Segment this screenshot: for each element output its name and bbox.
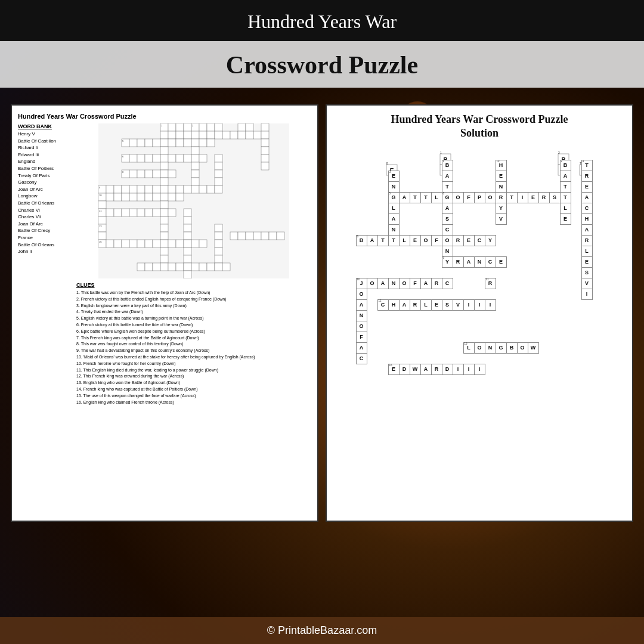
solution-cell: B2 — [560, 160, 571, 171]
solution-cell — [377, 213, 388, 224]
solution-cell — [453, 278, 463, 289]
clue-item: 15. The use of this weapon changed the f… — [76, 393, 311, 399]
solution-cell — [399, 321, 410, 332]
solution-cell — [474, 278, 485, 289]
solution-cell — [485, 160, 496, 171]
svg-rect-4 — [176, 123, 184, 131]
clue-item: 10. 'Maid of Orleans' was burned at the … — [76, 354, 311, 360]
solution-cell — [528, 374, 538, 385]
svg-rect-56 — [184, 154, 191, 162]
solution-cell — [581, 353, 592, 364]
solution-cell: F — [356, 332, 367, 342]
clue-item: 1. This battle was won by the French wit… — [76, 290, 311, 296]
svg-rect-16 — [160, 131, 168, 139]
svg-rect-162 — [215, 247, 222, 255]
svg-rect-86 — [145, 185, 153, 193]
solution-cell — [367, 385, 377, 396]
solution-cell — [420, 310, 431, 321]
word-bank-item: Joan Of Arc — [18, 186, 72, 193]
svg-rect-55 — [176, 154, 184, 162]
svg-rect-100 — [122, 193, 129, 201]
solution-cell — [549, 267, 560, 278]
solution-cell — [581, 364, 592, 374]
solution-cell — [506, 321, 517, 332]
solution-cell — [420, 342, 431, 353]
svg-rect-21 — [199, 131, 207, 139]
solution-cell: T — [388, 235, 399, 246]
solution-cell: F — [410, 278, 420, 289]
solution-cell — [549, 310, 560, 321]
solution-cell — [474, 267, 485, 278]
solution-cell — [474, 310, 485, 321]
solution-cell — [517, 267, 528, 278]
svg-rect-150 — [137, 240, 145, 247]
solution-cell — [431, 256, 442, 267]
solution-cell — [506, 256, 517, 267]
svg-rect-174 — [199, 263, 207, 271]
solution-cell — [506, 374, 517, 385]
solution-cell — [517, 385, 528, 396]
solution-cell — [571, 181, 581, 192]
clue-item: 5. English victory at this battle was a … — [76, 315, 311, 321]
svg-rect-138 — [261, 232, 269, 240]
solution-cell — [388, 246, 399, 256]
svg-rect-42 — [207, 139, 215, 147]
solution-cell — [496, 246, 506, 256]
solution-cell — [420, 321, 431, 332]
solution-cell — [367, 246, 377, 256]
solution-cell — [377, 353, 388, 364]
solution-cell: E16 — [388, 364, 399, 374]
footer-text: © PrintableBazaar.com — [267, 624, 377, 636]
solution-cell: R — [453, 256, 463, 267]
solution-cell: H — [388, 299, 399, 310]
solution-cell — [377, 385, 388, 396]
solution-cell — [442, 310, 453, 321]
solution-cell — [506, 160, 517, 171]
solution-cell — [538, 235, 549, 246]
svg-rect-12 — [238, 123, 246, 131]
solution-cell — [560, 235, 571, 246]
solution-cell — [592, 246, 603, 256]
solution-cell — [377, 192, 388, 203]
solution-cell — [538, 160, 549, 171]
svg-rect-36 — [160, 139, 168, 147]
solution-cell — [377, 224, 388, 235]
solution-cell — [549, 374, 560, 385]
svg-rect-113 — [114, 209, 122, 216]
solution-cell — [356, 385, 367, 396]
solution-cell — [474, 171, 485, 181]
crossword-svg: // This will be done via rect elements 1 — [98, 123, 289, 278]
svg-rect-32 — [129, 139, 137, 147]
solution-cell — [506, 235, 517, 246]
solution-cell — [485, 374, 496, 385]
solution-cell: I — [463, 364, 474, 374]
solution-cell — [592, 374, 603, 385]
solution-cell — [496, 289, 506, 299]
svg-text:2: 2 — [558, 151, 560, 154]
svg-rect-39 — [184, 139, 191, 147]
solution-cell: N — [388, 181, 399, 192]
solution-cell: E — [431, 299, 442, 310]
solution-cell — [453, 353, 463, 364]
solution-cell — [496, 353, 506, 364]
solution-cell: C — [581, 203, 592, 213]
solution-cell — [367, 267, 377, 278]
svg-rect-10 — [215, 123, 222, 131]
solution-cell — [549, 224, 560, 235]
svg-rect-99 — [114, 193, 122, 201]
solution-cell — [571, 203, 581, 213]
svg-rect-37 — [168, 139, 176, 147]
solution-cell — [377, 289, 388, 299]
solution-cell — [388, 332, 399, 342]
solution-cell — [549, 364, 560, 374]
svg-rect-118 — [153, 209, 160, 216]
solution-cell: O — [367, 278, 377, 289]
solution-cell — [496, 267, 506, 278]
solution-cell — [367, 224, 377, 235]
solution-cell — [517, 246, 528, 256]
solution-cell — [506, 364, 517, 374]
svg-rect-49 — [129, 154, 137, 162]
clue-item: 14. French king who was captured at the … — [76, 386, 311, 392]
word-bank-item: Charles Vi — [18, 207, 72, 214]
svg-rect-9 — [207, 123, 215, 131]
